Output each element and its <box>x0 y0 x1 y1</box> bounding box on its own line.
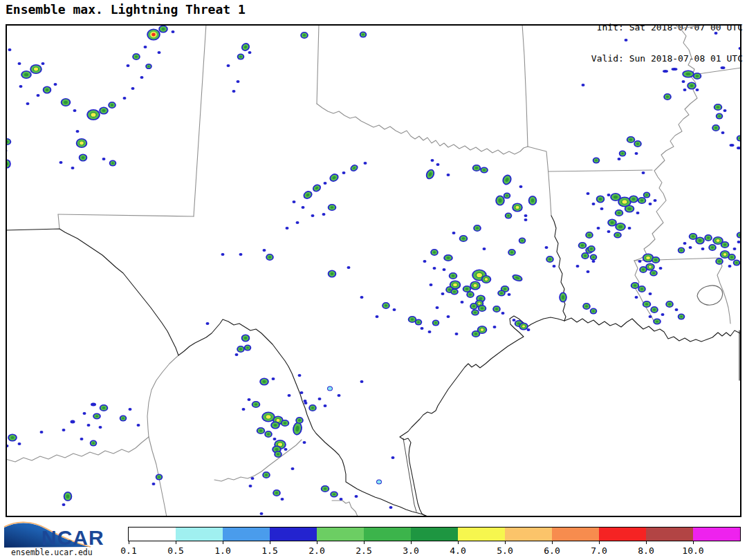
threat-cell <box>689 246 692 249</box>
threat-cell <box>391 456 395 459</box>
colorbar-tick <box>364 541 365 544</box>
threat-cell <box>73 109 77 112</box>
threat-cell <box>559 292 567 302</box>
colorbar-tick <box>599 541 600 544</box>
threat-cell <box>296 221 299 224</box>
threat-cell <box>300 32 308 39</box>
threat-cell <box>715 258 723 265</box>
colorbar-tick <box>223 541 223 544</box>
threat-cell <box>274 451 282 458</box>
threat-cell <box>281 498 284 501</box>
colorbar-tick <box>411 541 412 544</box>
threat-cell <box>581 252 589 259</box>
threat-cell <box>478 305 487 312</box>
colorbar-segment <box>317 528 364 541</box>
threat-cell <box>497 290 506 296</box>
threat-cell <box>728 254 736 261</box>
threat-cell <box>327 386 333 391</box>
colorbar-tick <box>552 541 553 544</box>
threat-cell <box>443 254 453 261</box>
threat-cell <box>635 152 638 155</box>
map-frame <box>6 25 741 516</box>
threat-cell <box>376 480 382 485</box>
threat-cell <box>600 207 604 210</box>
threat-cell <box>102 158 106 160</box>
colorbar-tick-label: 1.5 <box>261 545 277 556</box>
threat-cell <box>708 244 717 251</box>
threat-cell <box>629 195 638 203</box>
threat-cell <box>634 140 642 147</box>
threat-cell <box>721 131 725 134</box>
threat-cell <box>241 334 250 342</box>
state-borders <box>6 24 741 517</box>
threat-cell <box>144 46 147 48</box>
threat-cell <box>43 86 52 93</box>
colorbar-tick-label: 3.0 <box>403 545 418 556</box>
threat-cell <box>62 429 66 431</box>
threat-cell <box>273 489 281 496</box>
threat-cell <box>639 266 647 273</box>
threat-cell <box>508 293 511 296</box>
threat-cell <box>129 408 132 411</box>
threat-cell <box>311 214 315 217</box>
threat-cell <box>638 197 647 204</box>
threat-cell <box>430 249 439 256</box>
threat-cell <box>18 62 21 65</box>
threat-cell <box>235 353 239 356</box>
threat-cell <box>232 90 236 93</box>
colorbar-tick-label: 6.0 <box>544 545 560 556</box>
threat-cell <box>459 235 468 242</box>
forecast-map[interactable] <box>6 24 741 517</box>
threat-cell <box>512 203 523 212</box>
threat-cell <box>704 234 712 241</box>
threat-cell <box>433 267 436 270</box>
threat-cell <box>21 71 32 79</box>
threat-cell <box>8 48 12 51</box>
threat-cell <box>436 306 439 309</box>
threat-cell <box>262 472 270 478</box>
threat-cell <box>266 254 274 261</box>
threat-cell <box>328 204 337 211</box>
ncar-logo[interactable]: NCAR <box>3 519 108 552</box>
colorbar-tick-label: 10.0 <box>682 545 703 556</box>
threat-cell <box>30 64 42 74</box>
threat-cell <box>683 242 687 245</box>
site-url[interactable]: ensemble.ucar.edu <box>11 548 93 557</box>
threat-cell <box>553 265 556 268</box>
threat-cell <box>628 227 631 230</box>
colorbar: 0.10.51.01.52.02.53.04.05.06.07.08.010.0 <box>128 527 741 541</box>
threat-cell <box>286 227 289 230</box>
threat-cell <box>447 315 450 318</box>
threat-cell <box>273 438 277 440</box>
threat-cell <box>663 70 668 73</box>
colorbar-segment <box>458 528 505 541</box>
threat-cell <box>324 182 327 185</box>
threat-cell <box>695 236 705 244</box>
threat-cell <box>342 171 346 174</box>
threat-cell <box>524 214 528 217</box>
threat-cell <box>71 420 75 424</box>
threat-cell <box>649 315 652 318</box>
threat-cell <box>452 232 456 234</box>
threat-cell <box>527 328 531 331</box>
threat-cell <box>661 313 665 316</box>
threat-cell <box>172 30 175 33</box>
threat-cell <box>638 260 642 263</box>
threat-cell <box>432 319 440 326</box>
threat-cell <box>206 322 210 325</box>
threat-cell <box>721 66 726 69</box>
threat-cell <box>587 245 596 252</box>
threat-cell <box>665 301 674 308</box>
threat-cell <box>625 205 635 212</box>
threat-cell <box>248 51 252 54</box>
threat-cell <box>614 232 622 238</box>
threat-cell <box>18 442 21 445</box>
colorbar-tick-label: 5.0 <box>497 545 513 556</box>
weather-map-page: Ensemble max. Lightning Threat 1 Init: S… <box>0 0 747 560</box>
threat-cell <box>627 136 636 143</box>
threat-cell <box>721 241 730 248</box>
threat-cell <box>90 440 98 446</box>
threat-cell <box>513 319 516 321</box>
threat-cell <box>649 292 652 295</box>
threat-cell <box>8 433 17 441</box>
